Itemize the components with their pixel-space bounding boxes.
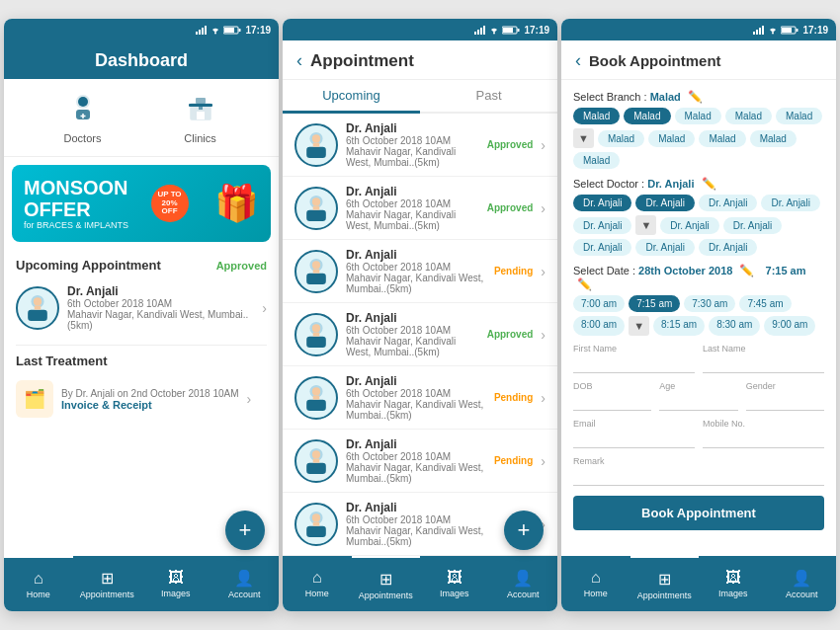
age-input[interactable] (659, 393, 737, 411)
time-edit-icon[interactable]: ✏️ (577, 277, 592, 291)
chevron-1: › (541, 200, 546, 216)
doctor-chip-6[interactable]: Dr. Anjali (723, 217, 782, 234)
nav-images-2[interactable]: 🖼 Images (420, 556, 489, 611)
mobile-field[interactable]: Mobile No. (703, 419, 824, 448)
nav-home-3[interactable]: ⌂ Home (561, 556, 630, 611)
nav-appointments-1[interactable]: ⊞ Appointments (73, 556, 142, 611)
list-item[interactable]: Dr. Anjali 6th October 2018 10AM Mahavir… (283, 114, 557, 177)
treatment-row[interactable]: 🗂️ By Dr. Anjali on 2nd October 2018 10A… (16, 374, 267, 424)
time-chip-6[interactable]: 8:30 am (709, 316, 760, 336)
list-item[interactable]: Dr. Anjali 6th October 2018 10AM Mahavir… (283, 177, 557, 240)
doctor-edit-icon[interactable]: ✏️ (702, 177, 716, 191)
list-info-3: Dr. Anjali 6th October 2018 10AM Mahavir… (346, 311, 479, 357)
list-item[interactable]: Dr. Anjali 6th October 2018 10AM Mahavir… (283, 240, 557, 303)
fab-add-button[interactable]: + (225, 511, 265, 550)
list-item[interactable]: Dr. Anjali 6th October 2018 10AM Mahavir… (283, 303, 557, 366)
bottom-nav-1: ⌂ Home ⊞ Appointments 🖼 Images 👤 Account (4, 556, 279, 611)
time-chip-4[interactable]: 8:00 am (573, 316, 625, 336)
last-name-field[interactable]: Last Name (703, 344, 824, 373)
list-item[interactable]: Dr. Anjali 6th October 2018 10AM Mahavir… (283, 366, 557, 430)
appointment-title: Appointment (310, 51, 414, 71)
list-info-1: Dr. Anjali 6th October 2018 10AM Mahavir… (346, 185, 479, 231)
time-chip-7[interactable]: 9:00 am (764, 316, 815, 336)
fab-add-button-2[interactable]: + (504, 511, 544, 550)
doctor-chip-7[interactable]: Dr. Anjali (573, 239, 631, 256)
last-treatment-section: Last Treatment 🗂️ By Dr. Anjali on 2nd O… (4, 346, 279, 432)
branch-chip-1[interactable]: Malad (624, 108, 670, 124)
book-header: ‹ Book Appointment (561, 40, 836, 80)
doctor-chip-0[interactable]: Dr. Anjali (573, 195, 631, 211)
back-button-3[interactable]: ‹ (575, 50, 581, 71)
doctor-chip-9[interactable]: Dr. Anjali (699, 239, 757, 256)
gender-input[interactable] (746, 393, 824, 411)
dob-field[interactable]: DOB (573, 381, 651, 411)
branch-chip-2[interactable]: Malad (675, 108, 721, 124)
branch-chip-9[interactable]: Malad (573, 152, 620, 169)
branch-chips: Malad Malad Malad Malad Malad ▼ Malad Ma… (573, 108, 824, 169)
doctor-chip-5[interactable]: Dr. Anjali (660, 217, 718, 234)
email-field[interactable]: Email (573, 419, 695, 448)
age-field[interactable]: Age (659, 381, 737, 411)
branch-chip-7[interactable]: Malad (699, 130, 745, 147)
last-name-input[interactable] (703, 355, 824, 373)
chevron-3: › (541, 327, 546, 343)
nav-home-1[interactable]: ⌂ Home (4, 556, 73, 611)
back-button-2[interactable]: ‹ (296, 50, 302, 71)
tab-upcoming[interactable]: Upcoming (283, 80, 420, 114)
doctor-chip-3[interactable]: Dr. Anjali (761, 195, 819, 211)
signal-icon-2 (474, 26, 486, 35)
branch-edit-icon[interactable]: ✏️ (688, 90, 703, 104)
svg-rect-6 (224, 28, 234, 33)
time-dropdown[interactable]: ▼ (629, 316, 649, 336)
doctor-dropdown[interactable]: ▼ (635, 215, 656, 235)
nav-appointments-3[interactable]: ⊞ Appointments (630, 556, 700, 611)
nav-images-1[interactable]: 🖼 Images (141, 556, 210, 611)
time-chip-2[interactable]: 7:30 am (684, 295, 735, 312)
branch-dropdown[interactable]: ▼ (573, 128, 594, 148)
time-chip-3[interactable]: 7:45 am (739, 295, 791, 312)
appointment-card[interactable]: Dr. Anjali 6th October 2018 10AM Mahavir… (16, 278, 267, 337)
branch-chip-3[interactable]: Malad (725, 108, 772, 124)
nav-account-1[interactable]: 👤 Account (210, 556, 280, 611)
doctor-chip-1[interactable]: Dr. Anjali (635, 195, 694, 211)
book-appointment-button[interactable]: Book Appointment (573, 496, 824, 530)
status-4: Pending (494, 392, 533, 403)
doctor-chip-8[interactable]: Dr. Anjali (635, 239, 694, 256)
svg-rect-3 (205, 26, 207, 35)
svg-point-36 (312, 197, 320, 205)
tab-past[interactable]: Past (420, 80, 557, 114)
doctor-chip-2[interactable]: Dr. Anjali (699, 195, 757, 211)
nav-home-2[interactable]: ⌂ Home (283, 556, 352, 611)
gender-field[interactable]: Gender (746, 381, 824, 411)
nav-account-2[interactable]: 👤 Account (489, 556, 558, 611)
branch-chip-4[interactable]: Malad (776, 108, 822, 124)
list-item[interactable]: Dr. Anjali 6th October 2018 10AM Mahavir… (283, 430, 557, 493)
invoice-link[interactable]: Invoice & Receipt (61, 399, 239, 411)
time-chip-5[interactable]: 8:15 am (653, 316, 705, 336)
dob-input[interactable] (573, 393, 651, 411)
date-edit-icon[interactable]: ✏️ (739, 264, 754, 277)
svg-rect-47 (306, 399, 326, 410)
banner-sub: for BRACES & IMPLANTS (24, 220, 128, 230)
clinics-icon-item[interactable]: Clinics (180, 91, 221, 144)
first-name-input[interactable] (573, 355, 695, 373)
doctors-icon-item[interactable]: Doctors (62, 91, 104, 144)
nav-images-3[interactable]: 🖼 Images (699, 556, 768, 611)
branch-chip-6[interactable]: Malad (648, 130, 695, 147)
time-chip-0[interactable]: 7:00 am (573, 295, 625, 312)
branch-chip-0[interactable]: Malad (573, 108, 620, 124)
remark-input[interactable] (573, 468, 824, 486)
email-input[interactable] (573, 431, 695, 448)
status-time-1: 17:19 (245, 25, 271, 36)
first-name-field[interactable]: First Name (573, 344, 695, 373)
branch-chip-5[interactable]: Malad (598, 130, 644, 147)
nav-appointments-2[interactable]: ⊞ Appointments (352, 556, 421, 611)
nav-account-label-2: Account (507, 590, 540, 599)
nav-account-3[interactable]: 👤 Account (768, 556, 837, 611)
time-chip-1[interactable]: 7:15 am (629, 295, 680, 312)
status-3: Approved (487, 329, 534, 340)
nav-account-label-1: Account (228, 590, 261, 599)
branch-chip-8[interactable]: Malad (750, 130, 797, 147)
mobile-input[interactable] (703, 431, 824, 448)
doctor-chip-4[interactable]: Dr. Anjali (573, 217, 631, 234)
